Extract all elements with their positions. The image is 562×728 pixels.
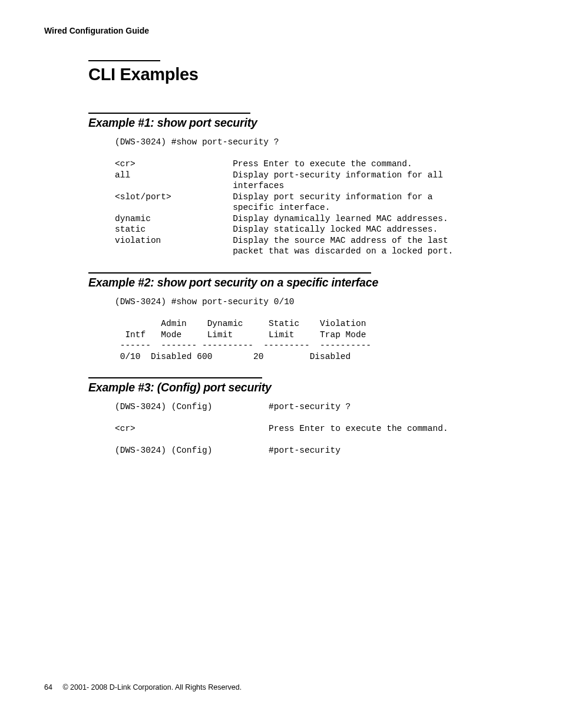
example-3-body: (DWS-3024) (Config) #port-security ? <cr… [115, 401, 518, 456]
example-2-body: (DWS-3024) #show port-security 0/10 Admi… [115, 297, 518, 362]
section-rule [88, 113, 250, 114]
section-rule [88, 377, 262, 378]
example-1-heading: Example #1: show port security [88, 116, 518, 130]
page: Wired Configuration Guide CLI Examples E… [0, 0, 562, 728]
example-1-body: (DWS-3024) #show port-security ? <cr> Pr… [115, 137, 518, 257]
running-header: Wired Configuration Guide [44, 26, 518, 35]
example-1: Example #1: show port security (DWS-3024… [88, 113, 518, 257]
page-number: 64 [44, 683, 52, 691]
example-3: Example #3: (Config) port security (DWS-… [88, 377, 518, 456]
example-2: Example #2: show port security on a spec… [88, 272, 518, 362]
page-title: CLI Examples [88, 65, 518, 84]
example-2-heading: Example #2: show port security on a spec… [88, 276, 518, 289]
section-rule [88, 272, 371, 274]
copyright: © 2001- 2008 D-Link Corporation. All Rig… [62, 683, 242, 691]
title-rule [88, 60, 160, 61]
example-3-heading: Example #3: (Config) port security [88, 381, 518, 394]
footer: 64 © 2001- 2008 D-Link Corporation. All … [44, 683, 242, 691]
